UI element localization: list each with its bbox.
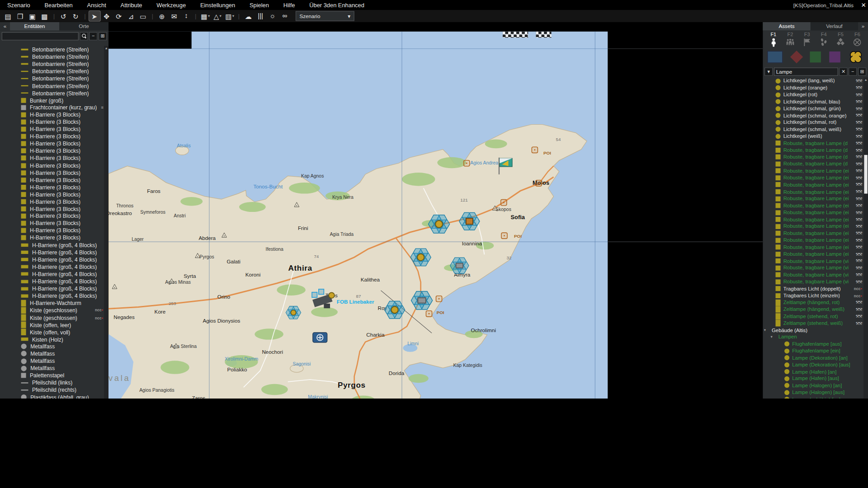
trim-marker[interactable] [168,277,175,285]
poim-marker[interactable] [434,294,443,303]
vertical-snap-icon[interactable]: ↕ [181,11,192,21]
weather-icon[interactable]: ☁ [243,11,254,21]
editor-mode-select[interactable]: Szenario ▾ [296,11,354,21]
entity-row[interactable]: H-Barriere (groß, 4 Blocks) [0,285,104,292]
menu-item[interactable]: Einstellungen [193,2,242,9]
expand-panel-icon[interactable]: » [858,22,868,30]
redo-icon[interactable]: ↻ [71,11,81,21]
asset-row[interactable]: Lampe (Hafen) [aus] [763,375,863,382]
asset-row[interactable]: Robuste, tragbare Lampe (ei⚒⚒ [763,230,863,237]
asset-row[interactable]: Lichtkegel (schmal, orange)⚒⚒ [763,112,863,119]
asset-row[interactable]: Flughafenlampe [aus] [763,341,863,347]
entity-row[interactable]: H-Barriere (3 Blocks) [0,118,104,126]
poim-marker[interactable] [462,159,471,168]
bluem-marker[interactable] [311,329,328,346]
poim-marker[interactable] [499,198,508,207]
asset-row[interactable]: Robuste, tragbare Lampe (ei⚒⚒ [763,216,863,223]
hexy-marker[interactable] [284,303,303,322]
asset-row[interactable]: Tragbares Licht (einzeln)ncc [763,292,863,299]
entity-row[interactable]: H-Barriere (groß, 4 Blocks) [0,278,104,285]
select-tool-icon[interactable]: ➤ [89,11,100,21]
separator[interactable]: | [236,11,242,21]
asset-row[interactable]: Robuste, tragbare Lampe (ei⚒⚒ [763,181,863,188]
move-tool-icon[interactable]: ✥ [101,11,112,21]
trim-marker[interactable] [221,231,228,239]
menu-item[interactable]: Werkzeuge [149,2,193,9]
asset-row[interactable]: Robuste, tragbare Lampe (d⚒⚒ [763,140,863,146]
scale-tool-icon[interactable]: ⊿ [126,11,137,21]
entity-row[interactable]: Betonbarriere (Streifen) [0,68,104,75]
asset-row[interactable]: Lampe (Halogen) [aus] [763,389,863,396]
map-viewport[interactable]: AtsalisTonos-BuchtKap AgnosFarosKrya Ner… [108,22,763,399]
surface-snap-icon[interactable]: △▾ [212,11,223,21]
menu-item[interactable]: Hilfe [276,2,302,9]
asset-row[interactable]: Lampe (schäbig) [an] [763,396,863,399]
undo-icon[interactable]: ↺ [58,11,69,21]
entity-row[interactable]: Metallfass [0,357,104,365]
hexy-marker[interactable] [382,297,407,323]
entity-row[interactable]: Pfeilschild (rechts) [0,386,104,394]
tab-entitaeten[interactable]: Entitäten [10,22,59,30]
object-snap-icon[interactable]: ▥▾ [224,11,235,21]
poim-marker[interactable] [530,145,539,155]
entity-row[interactable]: H-Barriere (groß, 4 Blocks) [0,256,104,263]
entity-row[interactable]: H-Barriere (3 Blocks) [0,183,104,191]
fkey-waypoints[interactable]: F4 [816,32,832,47]
entity-row[interactable]: Pfeilschild (links) [0,379,104,386]
entity-row[interactable]: H-Barriere (3 Blocks) [0,176,104,183]
entity-row[interactable]: H-Barriere-Wachturm [0,300,104,307]
asset-row[interactable]: ▾Gebäude (Altis) [763,327,863,333]
asset-row[interactable]: Lichtkegel (schmal, weiß)⚒⚒ [763,126,863,133]
grid-snap-icon[interactable]: ▦▾ [200,11,211,21]
collapse-all-button[interactable]: − [89,32,97,40]
entity-row[interactable]: H-Barriere (3 Blocks) [0,220,104,227]
clear-search-icon[interactable]: ✕ [839,67,847,75]
entity-row[interactable]: Betonbarriere (Streifen) [0,53,104,61]
poim-marker[interactable] [534,179,543,188]
poim-marker[interactable] [500,231,509,240]
menu-item[interactable]: Ansicht [80,2,113,9]
trim-marker[interactable] [293,201,300,208]
asset-row[interactable]: Robuste, tragbare Lampe (ei⚒⚒ [763,168,863,174]
entity-row[interactable]: Plastikfass (Abfall, grau) [0,394,104,399]
globe-icon[interactable]: ⊕ [157,11,168,21]
expand-all-button[interactable]: ⊞ [99,32,107,40]
entity-row[interactable]: Betonbarriere (Streifen) [0,61,104,68]
asset-row[interactable]: Robuste, tragbare Lampe (ei⚒⚒ [763,188,863,195]
asset-row[interactable]: Robuste, tragbare Lampe (ei⚒⚒ [763,209,863,216]
menu-item[interactable]: Szenario [0,2,38,9]
asset-row[interactable]: Lichtkegel (orange)⚒⚒ [763,84,863,91]
entity-row[interactable]: Kiste (offen, voll) [0,328,104,336]
entity-row[interactable]: H-Barriere (groß, 4 Blocks) [0,263,104,271]
entity-row[interactable]: H-Barriere (3 Blocks) [0,205,104,212]
fob-marker[interactable] [308,286,340,317]
entity-row[interactable]: H-Barriere (3 Blocks) [0,191,104,198]
separator[interactable]: | [82,11,88,21]
separator[interactable]: | [150,11,156,21]
asset-row[interactable]: Robuste, tragbare Lampe (ei⚒⚒ [763,174,863,181]
hexy-marker[interactable] [408,244,433,270]
lighting-icon[interactable]: ☼ [267,11,278,21]
asset-row[interactable]: Robuste, tragbare Lampe (vi⚒⚒ [763,278,863,285]
entity-row[interactable]: H-Barriere (3 Blocks) [0,111,104,118]
asset-row[interactable]: Robuste, tragbare Lampe (vi⚒⚒ [763,272,863,278]
area-select-icon[interactable]: ▭ [138,11,149,21]
collapse-panel-icon[interactable]: « [0,22,10,30]
asset-row[interactable]: Zeltlampe (hängend, weiß)⚒⚒ [763,306,863,313]
asset-row[interactable]: Tragbares Licht (doppelt)ncc [763,285,863,292]
asset-row[interactable]: Robuste, tragbare Lampe (d⚒⚒ [763,160,863,167]
entity-row[interactable]: H-Barriere (groß, 4 Blocks) [0,271,104,278]
fkey-units[interactable]: F1 [765,32,782,47]
asset-row[interactable]: Lichtkegel (rot)⚒⚒ [763,91,863,98]
asset-row[interactable]: Robuste, tragbare Lampe (ei⚒⚒ [763,223,863,230]
entity-row[interactable]: Betonbarriere (Streifen) [0,82,104,89]
trim-marker[interactable] [491,204,499,211]
tab-assets[interactable]: Assets [763,22,810,30]
trim-marker[interactable] [172,342,179,349]
asset-row[interactable]: Lichtkegel (lang, weiß)⚒⚒ [763,77,863,84]
save-as-icon[interactable]: ▩ [39,11,50,21]
entity-row[interactable]: H-Barriere (3 Blocks) [0,126,104,133]
entity-row[interactable]: H-Barriere (3 Blocks) [0,140,104,147]
entity-row[interactable]: H-Barriere (groß, 4 Blocks) [0,249,104,256]
entity-row[interactable]: Kiste (geschlossen)ncc [0,307,104,314]
